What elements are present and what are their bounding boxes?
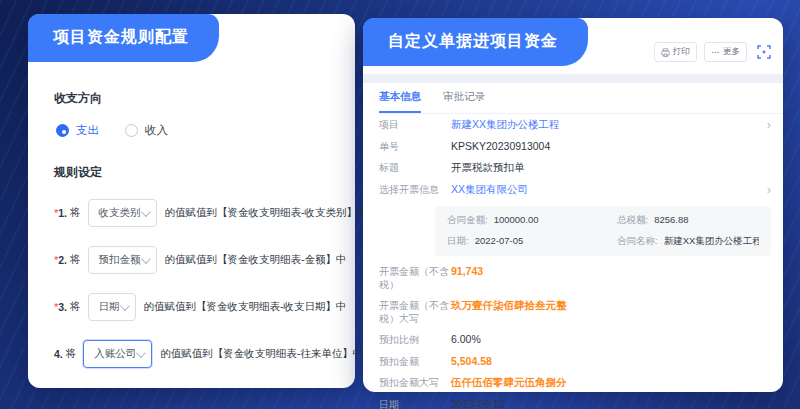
contract-amount-value: 100000.00 xyxy=(494,214,539,227)
rule-number: 1. xyxy=(58,207,67,219)
chevron-down-icon xyxy=(120,301,130,311)
rule-3-field-value: 日期 xyxy=(99,300,120,314)
rule-1-field-select[interactable]: 收支类别 xyxy=(88,199,157,227)
field-row-doc-number: 单号 KPSKY20230913004 xyxy=(379,140,771,154)
rule-prefix: 将 xyxy=(66,347,77,361)
rule-row-2: * 2. 将 预扣金额 的值赋值到【资金收支明细表-金额】中 xyxy=(54,246,341,274)
doc-number-value: KPSKY20230913004 xyxy=(451,140,771,153)
radio-expense-label: 支出 xyxy=(76,123,99,138)
more-button[interactable]: 更多 xyxy=(704,42,747,62)
rule-suffix: 的值赋值到【资金收支明细表-收支类别】中 xyxy=(165,206,368,220)
contract-date: 日期: 2022-07-05 xyxy=(447,235,617,248)
radio-unselected-icon xyxy=(125,124,138,137)
document-panel: 自定义单据进项目资金 打印 更多 基本信息 审批记录 项目 新建XX集团办公楼工… xyxy=(363,18,783,392)
rule-4-field-select[interactable]: 入账公司 xyxy=(83,340,152,368)
contract-name-value: 新建XX集团办公楼工程施工总承包合同 xyxy=(664,235,759,248)
withhold-amount-value: 5,504.58 xyxy=(451,355,771,368)
printer-icon xyxy=(661,48,670,57)
chevron-down-icon xyxy=(141,254,151,264)
field-label: 预扣比例 xyxy=(379,333,451,347)
field-row-withhold-ratio: 预扣比例 6.00% xyxy=(379,333,771,347)
field-row-invoice-amount-caps: 开票金额（不含税）大写 玖万壹仟柒佰肆拾叁元整 xyxy=(379,299,771,325)
contract-date-label: 日期: xyxy=(447,235,469,248)
rules-list: * 1. 将 收支类别 的值赋值到【资金收支明细表-收支类别】中 * 2. 将 … xyxy=(54,199,341,368)
tab-approval-record[interactable]: 审批记录 xyxy=(443,90,485,113)
invoice-company-link[interactable]: XX集团有限公司 xyxy=(451,183,761,196)
rule-2-field-value: 预扣金额 xyxy=(99,253,141,267)
rules-section-label: 规则设定 xyxy=(54,164,341,181)
rule-row-1: * 1. 将 收支类别 的值赋值到【资金收支明细表-收支类别】中 xyxy=(54,199,341,227)
rule-number: 4. xyxy=(54,348,63,360)
rule-suffix: 的值赋值到【资金收支明细表-收支日期】中 xyxy=(144,300,347,314)
field-row-project: 项目 新建XX集团办公楼工程 › xyxy=(379,118,771,132)
radio-income-label: 收入 xyxy=(145,123,168,138)
field-label: 单号 xyxy=(379,140,451,154)
tab-basic-info[interactable]: 基本信息 xyxy=(379,90,421,113)
contract-amount-label: 合同金额: xyxy=(447,214,488,227)
chevron-down-icon xyxy=(136,348,146,358)
rule-row-3: * 3. 将 日期 的值赋值到【资金收支明细表-收支日期】中 xyxy=(54,293,341,321)
invoice-amount-caps-value: 玖万壹仟柒佰肆拾叁元整 xyxy=(451,299,771,312)
rule-config-panel: 项目资金规则配置 收支方向 支出 收入 规则设定 * 1. 将 收支类别 xyxy=(28,14,355,388)
rule-number: 3. xyxy=(58,301,67,313)
invoice-amount-value: 91,743 xyxy=(451,265,771,278)
withhold-amount-caps-value: 伍仟伍佰零肆元伍角捌分 xyxy=(451,376,771,389)
radio-selected-icon xyxy=(56,124,69,137)
radio-expense[interactable]: 支出 xyxy=(56,123,99,138)
document-tabs: 基本信息 审批记录 xyxy=(379,90,783,114)
print-button-label: 打印 xyxy=(673,46,690,58)
fullscreen-icon xyxy=(757,45,771,59)
field-row-date: 日期 2023-09-13 xyxy=(379,398,771,409)
field-row-withhold-amount: 预扣金额 5,504.58 xyxy=(379,355,771,369)
field-label: 标题 xyxy=(379,161,451,175)
more-dots-icon xyxy=(711,48,720,57)
doc-title-value: 开票税款预扣单 xyxy=(451,161,771,174)
rule-prefix: 将 xyxy=(70,253,81,267)
contract-tax-label: 总税额: xyxy=(617,214,648,227)
rule-suffix: 的值赋值到【资金收支明细表-金额】中 xyxy=(165,253,347,267)
contract-name-label: 合同名称: xyxy=(617,235,658,248)
rule-2-field-select[interactable]: 预扣金额 xyxy=(88,246,157,274)
fullscreen-button[interactable] xyxy=(757,45,771,59)
chevron-right-icon[interactable]: › xyxy=(761,183,771,196)
field-row-invoice-amount: 开票金额（不含税） 91,743 xyxy=(379,265,771,291)
rule-4-field-value: 入账公司 xyxy=(94,347,136,361)
rule-1-field-value: 收支类别 xyxy=(99,206,141,220)
contract-name: 合同名称: 新建XX集团办公楼工程施工总承包合同 xyxy=(617,235,759,248)
project-link[interactable]: 新建XX集团办公楼工程 xyxy=(451,118,761,131)
withhold-ratio-value: 6.00% xyxy=(451,333,771,346)
contract-info-box: 合同金额: 100000.00 总税额: 8256.88 日期: 2022-07… xyxy=(435,206,771,256)
left-panel-title: 项目资金规则配置 xyxy=(28,14,219,62)
direction-radio-group: 支出 收入 xyxy=(56,123,341,138)
field-label: 日期 xyxy=(379,398,451,409)
field-row-title: 标题 开票税款预扣单 xyxy=(379,161,771,175)
field-label: 项目 xyxy=(379,118,451,132)
field-label: 预扣金额大写 xyxy=(379,376,451,390)
chevron-down-icon xyxy=(141,207,151,217)
contract-tax: 总税额: 8256.88 xyxy=(617,214,759,227)
field-label: 开票金额（不含税） xyxy=(379,265,451,291)
field-label: 开票金额（不含税）大写 xyxy=(379,299,451,325)
contract-amount: 合同金额: 100000.00 xyxy=(447,214,617,227)
header-divider-strip xyxy=(363,74,783,83)
contract-date-value: 2022-07-05 xyxy=(475,235,524,248)
field-row-invoice-info: 选择开票信息 XX集团有限公司 › xyxy=(379,183,771,197)
rule-suffix: 的值赋值到【资金收支明细表-往来单位】中 xyxy=(160,347,363,361)
contract-tax-value: 8256.88 xyxy=(654,214,688,227)
rule-prefix: 将 xyxy=(70,206,81,220)
rule-prefix: 将 xyxy=(70,300,81,314)
radio-income[interactable]: 收入 xyxy=(125,123,168,138)
print-button[interactable]: 打印 xyxy=(654,42,697,62)
chevron-right-icon[interactable]: › xyxy=(761,118,771,131)
document-toolbar: 打印 更多 xyxy=(654,42,771,62)
direction-section-label: 收支方向 xyxy=(54,90,341,107)
right-panel-title: 自定义单据进项目资金 xyxy=(363,18,588,66)
field-row-withhold-amount-caps: 预扣金额大写 伍仟伍佰零肆元伍角捌分 xyxy=(379,376,771,390)
more-button-label: 更多 xyxy=(723,46,740,58)
field-label: 预扣金额 xyxy=(379,355,451,369)
rule-row-4: 4. 将 入账公司 的值赋值到【资金收支明细表-往来单位】中 xyxy=(54,340,341,368)
field-label: 选择开票信息 xyxy=(379,183,451,197)
rule-number: 2. xyxy=(58,254,67,266)
rule-3-field-select[interactable]: 日期 xyxy=(88,293,136,321)
document-form: 项目 新建XX集团办公楼工程 › 单号 KPSKY20230913004 标题 … xyxy=(379,118,771,409)
